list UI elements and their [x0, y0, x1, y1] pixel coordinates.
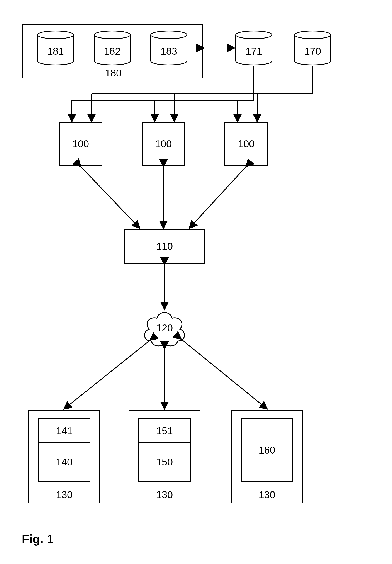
label-181: 181 — [47, 45, 64, 57]
label-150: 150 — [156, 456, 173, 468]
svg-line-11 — [64, 340, 150, 409]
svg-line-9 — [190, 167, 246, 228]
label-100-mid: 100 — [155, 138, 172, 150]
figure-caption: Fig. 1 — [22, 532, 54, 546]
label-180: 180 — [105, 67, 122, 79]
figure-page: 180 181 182 183 171 170 100 100 100 110 … — [0, 0, 392, 564]
label-130-mid: 130 — [156, 489, 173, 501]
label-120: 120 — [156, 322, 173, 334]
label-141: 141 — [56, 425, 73, 437]
label-183: 183 — [161, 45, 177, 57]
label-130-left: 130 — [56, 489, 73, 501]
label-100-right: 100 — [238, 138, 255, 150]
label-151: 151 — [156, 425, 173, 437]
label-130-right: 130 — [259, 489, 275, 501]
label-110: 110 — [156, 240, 173, 252]
label-100-left: 100 — [72, 138, 89, 150]
label-170: 170 — [304, 45, 321, 57]
label-140: 140 — [56, 456, 73, 468]
svg-line-7 — [81, 167, 140, 228]
label-171: 171 — [246, 45, 262, 57]
label-160: 160 — [259, 444, 275, 456]
label-182: 182 — [104, 45, 121, 57]
svg-line-13 — [181, 339, 267, 409]
